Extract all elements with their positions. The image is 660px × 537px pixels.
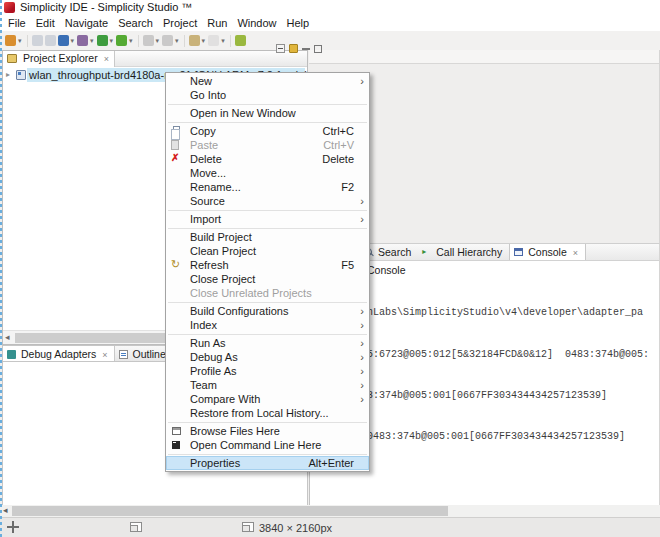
bottom-hscrollbar[interactable]: ◂	[0, 505, 660, 517]
menu-item-new[interactable]: New ›	[166, 74, 369, 88]
menu-item-go-into[interactable]: Go Into	[166, 88, 369, 102]
menu-item-refresh[interactable]: ↻ Refresh F5	[166, 258, 369, 272]
menu-search[interactable]: Search	[113, 16, 158, 30]
console-output: nLabs\SimplicityStudio\v4\developer\adap…	[367, 279, 659, 471]
toolbar-separator	[184, 35, 185, 47]
menu-item-source[interactable]: Source ›	[166, 194, 369, 208]
project-context-menu: New › Go Into Open in New Window Copy Ct…	[165, 72, 370, 472]
menu-item-browse-files-here[interactable]: Browse Files Here	[166, 424, 369, 438]
menu-item-open-in-new-window[interactable]: Open in New Window	[166, 106, 369, 120]
menu-window[interactable]: Window	[232, 16, 281, 30]
toolbar-separator	[138, 35, 139, 47]
menu-separator	[168, 228, 367, 229]
tab-call-hierarchy[interactable]: ▸ Call Hierarchy	[418, 244, 509, 260]
window-title: Simplicity IDE - Simplicity Studio ™	[20, 1, 192, 13]
menu-item-copy[interactable]: Copy Ctrl+C	[166, 124, 369, 138]
menu-run[interactable]: Run	[202, 16, 232, 30]
open-perspective-icon[interactable]	[162, 35, 173, 46]
tab-label: Call Hierarchy	[436, 246, 502, 258]
project-explorer-view-toolbar	[276, 44, 322, 53]
menu-item-move[interactable]: Move...	[166, 166, 369, 180]
close-icon[interactable]: ×	[104, 54, 109, 64]
menu-item-team[interactable]: Team ›	[166, 378, 369, 392]
menu-item-profile-as[interactable]: Profile As ›	[166, 364, 369, 378]
browse-files-icon	[172, 427, 181, 435]
collapse-all-icon[interactable]	[276, 44, 285, 53]
menu-item-delete[interactable]: ✗ Delete Delete	[166, 152, 369, 166]
menu-separator	[168, 104, 367, 105]
flash-programmer-icon[interactable]	[77, 35, 88, 46]
menubar: File Edit Navigate Search Project Run Wi…	[0, 15, 660, 31]
submenu-arrow-icon: ›	[360, 350, 364, 364]
scrollbar-thumb[interactable]	[12, 506, 448, 516]
dropdown-arrow-icon[interactable]: ▾	[175, 37, 179, 45]
project-icon	[16, 70, 26, 80]
scroll-left-icon[interactable]: ◂	[5, 332, 10, 342]
menu-separator	[168, 454, 367, 455]
menu-item-restore-from-local-history[interactable]: Restore from Local History...	[166, 406, 369, 420]
statusbar: 3840 × 2160px	[0, 517, 660, 537]
dropdown-arrow-icon[interactable]: ▾	[90, 37, 94, 45]
menu-project[interactable]: Project	[158, 16, 202, 30]
menu-navigate[interactable]: Navigate	[60, 16, 113, 30]
refresh-icon: ↻	[171, 257, 180, 271]
minimize-icon[interactable]	[302, 47, 310, 50]
move-crosshair-icon[interactable]	[7, 521, 19, 533]
menu-item-open-command-line-here[interactable]: Open Command Line Here	[166, 438, 369, 452]
maximize-icon[interactable]	[314, 45, 322, 53]
menu-help[interactable]: Help	[282, 16, 315, 30]
submenu-arrow-icon: ›	[360, 212, 364, 226]
dropdown-arrow-icon[interactable]: ▾	[110, 37, 114, 45]
menu-item-build-project[interactable]: Build Project	[166, 230, 369, 244]
tab-console[interactable]: Console ×	[509, 244, 586, 260]
menu-item-build-configurations[interactable]: Build Configurations ›	[166, 304, 369, 318]
dropdown-arrow-icon[interactable]: ▾	[221, 37, 225, 45]
last-edit-location-icon[interactable]	[235, 35, 246, 46]
energy-profiler-icon[interactable]	[116, 35, 127, 46]
twistie-icon[interactable]: ▸	[6, 68, 10, 82]
project-explorer-tabstrip: Project Explorer ×	[3, 51, 307, 67]
submenu-arrow-icon: ›	[360, 74, 364, 88]
menu-item-close-project[interactable]: Close Project	[166, 272, 369, 286]
close-icon[interactable]: ×	[102, 350, 107, 360]
submenu-arrow-icon: ›	[360, 378, 364, 392]
submenu-arrow-icon: ›	[360, 194, 364, 208]
menu-item-debug-as[interactable]: Debug As ›	[166, 350, 369, 364]
menu-item-run-as[interactable]: Run As ›	[166, 336, 369, 350]
save-icon[interactable]	[32, 35, 43, 46]
menu-item-paste[interactable]: Paste Ctrl+V	[166, 138, 369, 152]
menu-item-clean-project[interactable]: Clean Project	[166, 244, 369, 258]
external-tools-icon[interactable]	[143, 35, 154, 46]
menu-item-compare-with[interactable]: Compare With ›	[166, 392, 369, 406]
tab-outline[interactable]: Outline	[115, 346, 172, 361]
dropdown-arrow-icon[interactable]: ▾	[156, 37, 160, 45]
dropdown-arrow-icon[interactable]: ▾	[129, 37, 133, 45]
close-icon[interactable]: ×	[573, 248, 578, 258]
menu-file[interactable]: File	[3, 16, 31, 30]
dropdown-arrow-icon[interactable]: ▾	[18, 37, 22, 45]
save-all-icon[interactable]	[45, 35, 56, 46]
submenu-arrow-icon: ›	[360, 392, 364, 406]
debug-adapters-icon	[7, 350, 16, 359]
tab-debug-adapters[interactable]: Debug Adapters ×	[3, 346, 115, 361]
menu-item-properties[interactable]: Properties Alt+Enter	[166, 456, 369, 470]
menu-item-import[interactable]: Import ›	[166, 212, 369, 226]
dropdown-arrow-icon[interactable]: ▾	[71, 37, 75, 45]
forward-icon[interactable]	[208, 35, 219, 46]
scroll-left-icon[interactable]: ◂	[3, 505, 8, 515]
menu-separator	[168, 210, 367, 211]
tab-project-explorer[interactable]: Project Explorer ×	[3, 51, 115, 67]
debug-icon[interactable]	[58, 35, 69, 46]
selection-area-icon[interactable]	[130, 522, 142, 532]
menu-edit[interactable]: Edit	[31, 16, 60, 30]
menu-item-close-unrelated-projects[interactable]: Close Unrelated Projects	[166, 286, 369, 300]
menu-item-rename[interactable]: Rename... F2	[166, 180, 369, 194]
menu-separator	[168, 302, 367, 303]
new-wizard-icon[interactable]	[5, 35, 16, 46]
run-icon[interactable]	[97, 35, 108, 46]
link-with-editor-icon[interactable]	[289, 44, 298, 53]
editor-tabstrip	[309, 50, 659, 64]
menu-item-index[interactable]: Index ›	[166, 318, 369, 332]
back-icon[interactable]	[189, 35, 200, 46]
dropdown-arrow-icon[interactable]: ▾	[202, 37, 206, 45]
